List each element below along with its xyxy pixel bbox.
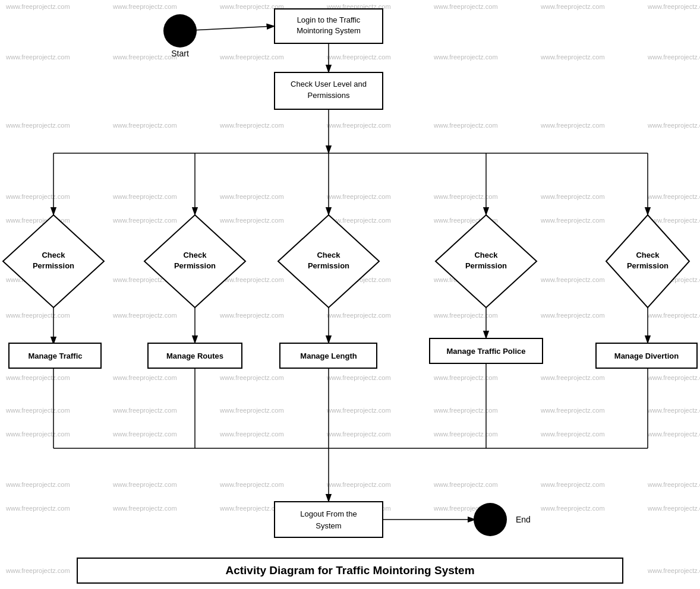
svg-text:www.freeprojectz.com: www.freeprojectz.com <box>112 3 177 10</box>
svg-text:www.freeprojectz.com: www.freeprojectz.com <box>326 193 391 200</box>
svg-text:www.freeprojectz.com: www.freeprojectz.com <box>326 312 391 319</box>
svg-text:www.freeprojectz.com: www.freeprojectz.com <box>433 122 498 129</box>
svg-text:www.freeprojectz.com: www.freeprojectz.com <box>112 312 177 319</box>
svg-text:www.freeprojectz.com: www.freeprojectz.com <box>540 3 605 10</box>
svg-text:www.freeprojectz.com: www.freeprojectz.com <box>5 312 70 319</box>
logout-label-2: System <box>316 521 341 530</box>
title-label: Activity Diagram for Traffic Mointoring … <box>225 564 474 577</box>
svg-text:www.freeprojectz.com: www.freeprojectz.com <box>219 276 284 283</box>
manage-diversion-label: Manage Divertion <box>614 352 679 360</box>
svg-text:www.freeprojectz.com: www.freeprojectz.com <box>540 374 605 381</box>
svg-text:www.freeprojectz.com: www.freeprojectz.com <box>5 53 70 61</box>
svg-text:www.freeprojectz.com: www.freeprojectz.com <box>433 53 498 61</box>
svg-text:www.freeprojectz.com: www.freeprojectz.com <box>540 481 605 488</box>
svg-text:www.freeprojectz.com: www.freeprojectz.com <box>540 276 605 283</box>
svg-text:www.freeprojectz.com: www.freeprojectz.com <box>433 193 498 200</box>
diamond5-label-1: Check <box>636 251 660 259</box>
svg-text:www.freeprojectz.com: www.freeprojectz.com <box>647 430 700 438</box>
manage-traffic-police-label: Manage Traffic Police <box>447 347 526 356</box>
svg-text:www.freeprojectz.com: www.freeprojectz.com <box>647 407 700 414</box>
diamond1-label-2: Permission <box>33 261 74 270</box>
check-perm-label-2: Permissions <box>308 91 350 100</box>
svg-text:www.freeprojectz.com: www.freeprojectz.com <box>540 122 605 129</box>
svg-text:www.freeprojectz.com: www.freeprojectz.com <box>219 407 284 414</box>
diamond3-label-2: Permission <box>308 261 349 270</box>
svg-text:www.freeprojectz.com: www.freeprojectz.com <box>5 374 70 381</box>
svg-text:www.freeprojectz.com: www.freeprojectz.com <box>433 3 498 10</box>
activity-diagram: www.freeprojectz.com www.freeprojectz.co… <box>0 0 700 589</box>
svg-text:www.freeprojectz.com: www.freeprojectz.com <box>219 193 284 200</box>
svg-text:www.freeprojectz.com: www.freeprojectz.com <box>5 3 70 10</box>
svg-text:www.freeprojectz.com: www.freeprojectz.com <box>647 505 700 512</box>
svg-text:www.freeprojectz.com: www.freeprojectz.com <box>112 430 177 438</box>
start-label: Start <box>171 49 189 58</box>
svg-text:www.freeprojectz.com: www.freeprojectz.com <box>647 3 700 10</box>
logout-label-1: Logout From the <box>300 509 357 518</box>
svg-text:www.freeprojectz.com: www.freeprojectz.com <box>5 430 70 438</box>
diamond3-label-1: Check <box>317 251 340 259</box>
svg-text:www.freeprojectz.com: www.freeprojectz.com <box>647 312 700 319</box>
svg-text:www.freeprojectz.com: www.freeprojectz.com <box>5 505 70 512</box>
svg-text:www.freeprojectz.com: www.freeprojectz.com <box>219 217 284 224</box>
diamond4-label-1: Check <box>474 251 498 259</box>
svg-text:www.freeprojectz.com: www.freeprojectz.com <box>112 193 177 200</box>
diamond4-label-2: Permission <box>465 261 507 270</box>
svg-text:www.freeprojectz.com: www.freeprojectz.com <box>326 407 391 414</box>
svg-text:www.freeprojectz.com: www.freeprojectz.com <box>5 567 70 574</box>
svg-text:www.freeprojectz.com: www.freeprojectz.com <box>540 407 605 414</box>
manage-traffic-label: Manage Traffic <box>28 352 82 360</box>
svg-text:www.freeprojectz.com: www.freeprojectz.com <box>112 505 177 512</box>
svg-text:www.freeprojectz.com: www.freeprojectz.com <box>540 53 605 61</box>
svg-text:www.freeprojectz.com: www.freeprojectz.com <box>219 481 284 488</box>
svg-text:www.freeprojectz.com: www.freeprojectz.com <box>540 193 605 200</box>
login-label-2: Mointoring System <box>297 26 361 35</box>
diamond5-label-2: Permission <box>627 261 669 270</box>
svg-text:www.freeprojectz.com: www.freeprojectz.com <box>5 122 70 129</box>
svg-text:www.freeprojectz.com: www.freeprojectz.com <box>5 481 70 488</box>
svg-text:www.freeprojectz.com: www.freeprojectz.com <box>326 481 391 488</box>
svg-text:www.freeprojectz.com: www.freeprojectz.com <box>112 481 177 488</box>
svg-text:www.freeprojectz.com: www.freeprojectz.com <box>5 407 70 414</box>
svg-text:www.freeprojectz.com: www.freeprojectz.com <box>112 374 177 381</box>
svg-text:www.freeprojectz.com: www.freeprojectz.com <box>112 53 177 61</box>
logout-node <box>275 502 383 537</box>
svg-text:www.freeprojectz.com: www.freeprojectz.com <box>219 122 284 129</box>
svg-text:www.freeprojectz.com: www.freeprojectz.com <box>433 430 498 438</box>
manage-length-label: Manage Length <box>300 352 357 360</box>
svg-text:www.freeprojectz.com: www.freeprojectz.com <box>326 430 391 438</box>
svg-text:www.freeprojectz.com: www.freeprojectz.com <box>112 407 177 414</box>
svg-text:www.freeprojectz.com: www.freeprojectz.com <box>540 312 605 319</box>
svg-text:www.freeprojectz.com: www.freeprojectz.com <box>219 312 284 319</box>
svg-text:www.freeprojectz.com: www.freeprojectz.com <box>647 481 700 488</box>
svg-text:www.freeprojectz.com: www.freeprojectz.com <box>433 312 498 319</box>
login-label-1: Login to the Traffic <box>297 15 361 24</box>
svg-text:www.freeprojectz.com: www.freeprojectz.com <box>112 122 177 129</box>
end-label: End <box>516 515 531 524</box>
svg-text:www.freeprojectz.com: www.freeprojectz.com <box>219 430 284 438</box>
svg-text:www.freeprojectz.com: www.freeprojectz.com <box>219 374 284 381</box>
diamond1-label-1: Check <box>42 251 65 259</box>
manage-routes-label: Manage Routes <box>166 352 223 360</box>
svg-text:www.freeprojectz.com: www.freeprojectz.com <box>433 407 498 414</box>
end-node <box>474 503 507 536</box>
svg-text:www.freeprojectz.com: www.freeprojectz.com <box>647 122 700 129</box>
check-perm-label-1: Check User Level and <box>291 80 367 88</box>
diamond2-label-1: Check <box>183 251 207 259</box>
svg-text:www.freeprojectz.com: www.freeprojectz.com <box>540 430 605 438</box>
svg-text:www.freeprojectz.com: www.freeprojectz.com <box>433 374 498 381</box>
svg-text:www.freeprojectz.com: www.freeprojectz.com <box>540 217 605 224</box>
svg-text:www.freeprojectz.com: www.freeprojectz.com <box>326 53 391 61</box>
diamond2-label-2: Permission <box>174 261 216 270</box>
diagram-container: www.freeprojectz.com www.freeprojectz.co… <box>0 0 700 589</box>
svg-text:www.freeprojectz.com: www.freeprojectz.com <box>540 505 605 512</box>
svg-text:www.freeprojectz.com: www.freeprojectz.com <box>433 481 498 488</box>
svg-text:www.freeprojectz.com: www.freeprojectz.com <box>326 122 391 129</box>
svg-text:www.freeprojectz.com: www.freeprojectz.com <box>112 217 177 224</box>
svg-text:www.freeprojectz.com: www.freeprojectz.com <box>326 374 391 381</box>
svg-text:www.freeprojectz.com: www.freeprojectz.com <box>647 193 700 200</box>
svg-text:www.freeprojectz.com: www.freeprojectz.com <box>647 374 700 381</box>
svg-text:www.freeprojectz.com: www.freeprojectz.com <box>647 53 700 61</box>
svg-text:www.freeprojectz.com: www.freeprojectz.com <box>647 567 700 574</box>
svg-text:www.freeprojectz.com: www.freeprojectz.com <box>5 193 70 200</box>
svg-text:www.freeprojectz.com: www.freeprojectz.com <box>219 53 284 61</box>
